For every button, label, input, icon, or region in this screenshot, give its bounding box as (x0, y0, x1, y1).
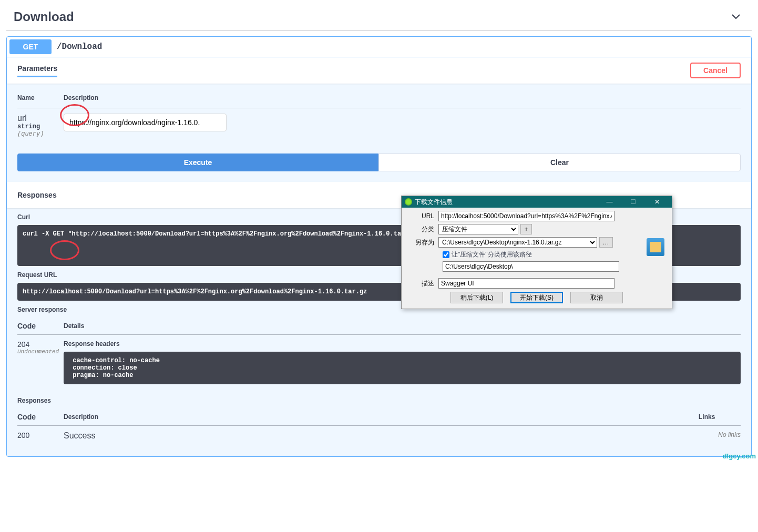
response-row: 200 Success No links (17, 426, 741, 446)
desc-input[interactable] (438, 278, 614, 289)
checkbox-label: 让"压缩文件"分类使用该路径 (452, 250, 532, 259)
dialog-title: 下载文件信息 (415, 198, 453, 207)
api-tag-header[interactable]: Download (6, 4, 752, 31)
url-input[interactable] (64, 114, 227, 131)
responses-heading: Responses (17, 191, 57, 199)
download-dialog: 下载文件信息 — ☐ ✕ URL 分类 压缩文件 + 另存为 C:\Users\… (401, 196, 672, 309)
documented-responses-table: Code Description Links 200 Success No li… (17, 408, 741, 446)
saveas-label: 另存为 (407, 238, 438, 247)
column-code: Code (17, 408, 64, 426)
idm-url-input[interactable] (438, 211, 614, 221)
column-links: Links (699, 408, 741, 426)
parameter-row: url string (query) (17, 108, 741, 144)
cancel-download-button[interactable]: 取消 (570, 292, 623, 303)
column-details: Details (64, 318, 741, 335)
undocumented-label: Undocumented (17, 349, 64, 355)
parameters-tab[interactable]: Parameters (17, 64, 57, 77)
maximize-icon[interactable]: ☐ (621, 197, 645, 207)
status-code: 204 (17, 340, 64, 349)
response-links: No links (699, 426, 741, 446)
execute-button[interactable]: Execute (17, 154, 378, 171)
column-description: Description (64, 94, 741, 108)
response-description: Success (64, 426, 699, 446)
column-code: Code (17, 318, 64, 335)
cancel-button[interactable]: Cancel (690, 63, 741, 78)
chevron-down-icon (731, 11, 741, 23)
close-icon[interactable]: ✕ (645, 197, 669, 207)
use-path-checkbox[interactable] (443, 251, 449, 258)
parameters-table: Name Description url string (query) (17, 94, 741, 143)
api-tag-title: Download (14, 9, 74, 24)
path-input[interactable] (443, 261, 619, 272)
documented-responses-label: Responses (17, 390, 741, 408)
desc-label: 描述 (407, 279, 438, 288)
zip-file-icon (647, 238, 664, 256)
clear-button[interactable]: Clear (378, 154, 741, 171)
server-response-table: Code Details 204 Undocumented Response h… (17, 318, 741, 390)
saveas-select[interactable]: C:\Users\dlgcy\Desktop\nginx-1.16.0.tar.… (438, 237, 597, 248)
http-method-badge: GET (9, 39, 52, 54)
url-label: URL (407, 212, 438, 220)
param-type: string (17, 123, 64, 130)
parameters-header: Parameters Cancel (7, 57, 751, 84)
category-select[interactable]: 压缩文件 (438, 224, 518, 234)
response-headers-label: Response headers (64, 340, 741, 352)
idm-icon (405, 198, 412, 206)
endpoint-path: /Download (52, 42, 107, 52)
param-in: (query) (17, 130, 64, 138)
column-description: Description (64, 408, 699, 426)
param-name: url (17, 114, 64, 123)
browse-button[interactable]: ... (599, 237, 613, 248)
operation-summary[interactable]: GET /Download (7, 37, 751, 57)
download-later-button[interactable]: 稍后下载(L) (450, 292, 503, 303)
category-label: 分类 (407, 225, 438, 234)
dialog-titlebar[interactable]: 下载文件信息 — ☐ ✕ (402, 196, 672, 208)
status-code: 200 (17, 426, 64, 446)
response-headers-block[interactable]: cache-control: no-cache connection: clos… (64, 352, 741, 384)
add-category-button[interactable]: + (520, 224, 532, 234)
response-row: 204 Undocumented Response headers cache-… (17, 335, 741, 390)
column-name: Name (17, 94, 64, 108)
start-download-button[interactable]: 开始下载(S) (510, 292, 563, 303)
watermark: dlgcy.com (723, 452, 756, 460)
minimize-icon[interactable]: — (598, 197, 621, 207)
